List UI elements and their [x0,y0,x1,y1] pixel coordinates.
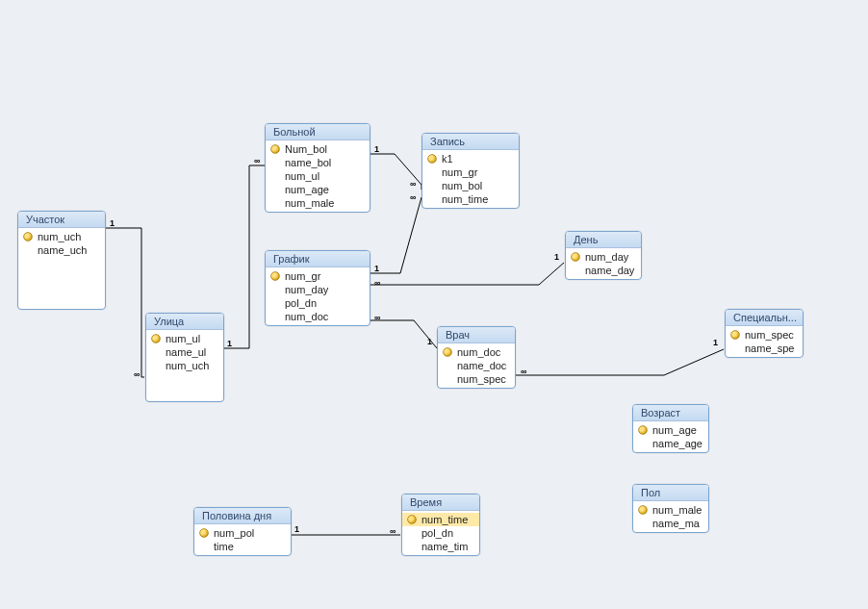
field-label: num_uch [38,231,99,242]
table-field[interactable]: num_gr [422,165,519,179]
table-special[interactable]: Специальн... num_spec name_spe [725,309,804,358]
field-label: num_uch [166,360,217,371]
table-field[interactable]: name_doc [438,359,515,372]
table-field-selected[interactable]: num_time [402,513,479,526]
table-field[interactable]: num_doc [266,310,370,323]
field-label: num_ul [285,170,364,182]
field-label: name_ul [166,346,217,358]
table-field[interactable]: pol_dn [266,296,370,310]
table-header[interactable]: Пол [633,485,708,501]
table-body: num_male name_ma [633,501,708,532]
primary-key-icon [198,527,210,539]
table-field[interactable]: name_ul [146,345,223,359]
table-vremya[interactable]: Время num_time pol_dn name_tim [401,494,480,556]
table-grafik[interactable]: График num_gr num_day pol_dn num_doc [265,250,370,326]
rel-label-one: 1 [226,339,233,348]
field-icon-spacer [22,244,34,256]
table-header[interactable]: Врач [438,327,515,343]
field-label: num_age [652,424,702,436]
table-header[interactable]: День [566,232,641,248]
table-field[interactable]: num_ul [146,332,223,345]
table-body: num_doc name_doc num_spec [438,343,515,388]
field-label: pol_dn [285,297,364,309]
table-field[interactable]: time [194,540,291,553]
field-label: name_spe [745,343,797,354]
table-field[interactable]: num_gr [266,269,370,283]
table-field[interactable]: num_day [266,283,370,296]
table-header[interactable]: Время [402,495,479,511]
table-header[interactable]: График [266,251,370,267]
table-field[interactable]: name_bol [266,156,370,169]
table-header[interactable]: Возраст [633,405,708,421]
field-icon-spacer [269,197,281,209]
table-field[interactable]: name_day [566,264,641,277]
field-icon-spacer [426,180,438,191]
primary-key-icon [637,424,649,436]
table-field[interactable]: num_pol [194,526,291,540]
table-vrach[interactable]: Врач num_doc name_doc num_spec [437,326,516,389]
field-label: name_day [585,265,635,276]
table-field[interactable]: num_age [633,423,708,437]
table-field[interactable]: Num_bol [266,142,370,156]
table-field[interactable]: name_spe [726,342,803,355]
table-field[interactable]: k1 [422,152,519,165]
field-label: name_bol [285,157,364,168]
primary-key-icon [406,514,418,525]
primary-key-icon [729,329,741,341]
table-field[interactable]: name_uch [18,243,105,257]
table-field[interactable]: name_ma [633,517,708,530]
primary-key-icon [150,333,162,344]
field-icon-spacer [150,346,162,358]
field-label: num_bol [442,180,513,191]
table-field[interactable]: num_male [266,196,370,210]
field-label: name_ma [652,518,702,529]
field-label: num_age [285,184,364,195]
table-header[interactable]: Специальн... [726,310,803,326]
rel-label-one: 1 [294,524,300,534]
table-field[interactable]: num_uch [18,230,105,243]
table-body: num_day name_day [566,248,641,279]
table-field[interactable]: name_tim [402,540,479,553]
primary-key-icon [269,270,281,282]
table-den[interactable]: День num_day name_day [565,231,642,280]
table-field[interactable]: num_bol [422,179,519,192]
table-polovina[interactable]: Половина дня num_pol time [193,507,292,556]
table-body: num_time pol_dn name_tim [402,511,479,555]
table-field[interactable]: num_age [266,183,370,196]
field-label: name_uch [38,244,99,256]
table-header[interactable]: Запись [422,134,519,150]
table-uchastok[interactable]: Участок num_uch name_uch [17,211,106,310]
field-icon-spacer [729,343,741,354]
table-field[interactable]: num_uch [146,359,223,372]
field-icon-spacer [269,170,281,182]
table-field[interactable]: num_spec [726,328,803,342]
table-field[interactable]: num_male [633,503,708,517]
table-zapis[interactable]: Запись k1 num_gr num_bol num_time [421,133,520,209]
table-field[interactable]: num_time [422,192,519,206]
field-icon-spacer [269,184,281,195]
table-pol[interactable]: Пол num_male name_ma [632,484,709,533]
table-field[interactable]: num_day [566,250,641,264]
rel-label-one: 1 [426,337,433,346]
table-field[interactable]: pol_dn [402,526,479,540]
table-field[interactable]: name_age [633,437,708,450]
table-header[interactable]: Участок [18,212,105,228]
table-ulica[interactable]: Улица num_ul name_ul num_uch [145,313,224,402]
table-bolnoy[interactable]: Больной Num_bol name_bol num_ul num_age … [265,123,370,213]
field-label: num_gr [442,166,513,178]
field-icon-spacer [442,373,453,385]
table-vozrast[interactable]: Возраст num_age name_age [632,404,709,453]
table-field[interactable]: num_spec [438,372,515,386]
table-header[interactable]: Половина дня [194,508,291,524]
table-field[interactable]: num_ul [266,169,370,183]
field-label: name_doc [457,360,509,371]
table-body: k1 num_gr num_bol num_time [422,150,519,208]
field-icon-spacer [198,541,210,552]
table-field[interactable]: num_doc [438,345,515,359]
field-label: k1 [442,153,513,165]
table-header[interactable]: Улица [146,314,223,330]
table-header[interactable]: Больной [266,124,370,140]
field-icon-spacer [269,311,281,322]
table-body: num_ul name_ul num_uch [146,330,223,401]
field-label: num_time [421,514,473,525]
